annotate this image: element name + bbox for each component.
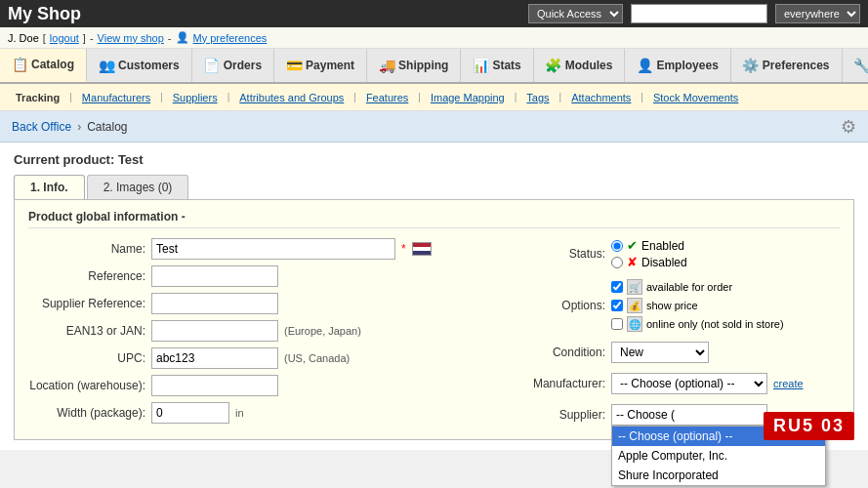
- manufacturer-select[interactable]: -- Choose (optional) --: [611, 373, 767, 394]
- cb-show-price[interactable]: [611, 300, 623, 311]
- preferences-link[interactable]: My preferences: [193, 32, 268, 44]
- catalog-nav-icon: 📋: [12, 57, 27, 72]
- cb-available[interactable]: [611, 281, 623, 293]
- sub-nav-divider-6: |: [515, 92, 517, 102]
- search-input[interactable]: [631, 4, 767, 23]
- nav-item-customers[interactable]: 👥Customers: [87, 49, 192, 82]
- option-available: 🛒 available for order: [611, 279, 784, 295]
- orders-nav-label: Orders: [224, 59, 262, 72]
- sub-nav-item-image-mapping[interactable]: Image Mapping: [423, 90, 513, 105]
- radio-enabled[interactable]: [611, 240, 623, 252]
- input-location[interactable]: [151, 375, 278, 396]
- breadcrumb-arrow: ›: [77, 120, 81, 134]
- employees-nav-icon: 👤: [637, 58, 652, 73]
- orders-nav-icon: 📄: [204, 58, 220, 73]
- sub-nav-divider-8: |: [641, 92, 643, 102]
- quick-access-select[interactable]: Quick Access: [528, 4, 623, 23]
- content: Current product: Test 1. Info. 2. Images…: [0, 142, 868, 450]
- sub-nav-item-attributes[interactable]: Attributes and Groups: [231, 90, 351, 105]
- input-upc[interactable]: [151, 347, 278, 369]
- nav-item-orders[interactable]: 📄Orders: [192, 49, 274, 82]
- form-row-upc: UPC: (US, Canada): [28, 347, 498, 369]
- form-area: Product global information - Name: * Ref…: [14, 199, 854, 440]
- employees-nav-label: Employees: [656, 59, 718, 72]
- breadcrumb-icon: ⚙: [841, 116, 856, 138]
- breadcrumb-back-office[interactable]: Back Office: [12, 120, 71, 134]
- sub-nav-item-tags[interactable]: Tags: [518, 90, 557, 105]
- nav-item-modules[interactable]: 🧩Modules: [534, 49, 626, 82]
- logout-link[interactable]: logout: [50, 32, 79, 44]
- top-bar-right: Quick Access everywhere: [528, 4, 860, 23]
- label-location: Location (warehouse):: [28, 379, 145, 392]
- input-width[interactable]: [151, 402, 229, 424]
- sub-nav-divider-3: |: [227, 92, 230, 102]
- label-status: Status:: [527, 247, 605, 261]
- shipping-nav-label: Shipping: [398, 59, 448, 72]
- icon-available: 🛒: [627, 279, 642, 295]
- nav-item-stats[interactable]: 📊Stats: [461, 49, 533, 82]
- sub-nav-divider-5: |: [418, 92, 421, 102]
- input-name[interactable]: [151, 238, 395, 260]
- main-nav: 📋Catalog👥Customers📄Orders💳Payment🚚Shippi…: [0, 49, 868, 84]
- option-online-only: 🌐 online only (not sold in store): [611, 316, 784, 332]
- shipping-nav-icon: 🚚: [379, 58, 394, 73]
- form-row-location: Location (warehouse):: [28, 375, 498, 396]
- cb-online-only[interactable]: [611, 318, 623, 330]
- option-show-price: 💰 show price: [611, 298, 784, 313]
- sub-nav-item-tracking[interactable]: Tracking: [8, 90, 67, 105]
- supplier-option-apple[interactable]: Apple Computer, Inc.: [612, 446, 825, 466]
- form-area-wrapper: Product global information - Name: * Ref…: [14, 199, 854, 440]
- view-shop-link[interactable]: View my shop: [98, 32, 164, 44]
- form-row-width: Width (package): in: [28, 402, 498, 424]
- cross-icon: ✘: [627, 255, 638, 269]
- username: J. Doe: [8, 32, 39, 44]
- status-group: ✔ Enabled ✘ Disabled: [611, 238, 687, 269]
- label-show-price: show price: [646, 300, 698, 311]
- input-supplier-ref[interactable]: [151, 293, 278, 314]
- input-reference[interactable]: [151, 265, 278, 287]
- form-columns: Name: * Reference: Supplier Reference:: [28, 238, 840, 429]
- stats-nav-icon: 📊: [473, 58, 488, 73]
- supplier-input[interactable]: [611, 404, 767, 426]
- stats-nav-label: Stats: [492, 59, 520, 72]
- icon-show-price: 💰: [627, 298, 642, 313]
- sub-nav-divider-1: |: [69, 92, 72, 102]
- sub-nav-item-manufacturers[interactable]: Manufacturers: [74, 90, 158, 105]
- label-name: Name:: [28, 242, 145, 256]
- radio-disabled[interactable]: [611, 257, 623, 268]
- preferences-nav-icon: ⚙️: [743, 58, 759, 73]
- icon-online-only: 🌐: [627, 316, 642, 332]
- check-icon: ✔: [627, 238, 638, 253]
- modules-nav-label: Modules: [565, 59, 613, 72]
- input-ean13[interactable]: [151, 320, 278, 342]
- nav-item-tools[interactable]: 🔧Tools: [843, 49, 868, 82]
- search-scope-select[interactable]: everywhere: [775, 4, 860, 23]
- app-title: My Shop: [8, 4, 81, 24]
- nav-item-preferences[interactable]: ⚙️Preferences: [731, 49, 843, 82]
- create-manufacturer-link[interactable]: create: [773, 378, 804, 389]
- nav-item-catalog[interactable]: 📋Catalog: [0, 49, 87, 82]
- label-ean13: EAN13 or JAN:: [28, 324, 145, 338]
- label-supplier: Supplier:: [527, 408, 605, 422]
- status-enabled: ✔ Enabled: [611, 238, 687, 253]
- tools-nav-icon: 🔧: [854, 58, 868, 73]
- tabs: 1. Info. 2. Images (0): [14, 175, 854, 199]
- right-row-options: Options: 🛒 available for order 💰 show pr…: [527, 279, 840, 332]
- label-available: available for order: [646, 281, 732, 293]
- form-right: Status: ✔ Enabled ✘ Disabled: [527, 238, 840, 429]
- sub-nav-item-suppliers[interactable]: Suppliers: [165, 90, 226, 105]
- preferences-nav-label: Preferences: [763, 59, 830, 72]
- sub-nav-item-features[interactable]: Features: [358, 90, 416, 105]
- nav-item-employees[interactable]: 👤Employees: [625, 49, 730, 82]
- customers-nav-label: Customers: [118, 59, 180, 72]
- condition-select[interactable]: New Used Refurbished: [611, 342, 709, 363]
- supplier-option-shure[interactable]: Shure Incorporated: [612, 466, 825, 485]
- nav-item-payment[interactable]: 💳Payment: [274, 49, 367, 82]
- status-disabled: ✘ Disabled: [611, 255, 687, 269]
- sub-nav-item-stock[interactable]: Stock Movements: [645, 90, 746, 105]
- section-title: Product global information -: [28, 210, 840, 228]
- nav-item-shipping[interactable]: 🚚Shipping: [367, 49, 461, 82]
- tab-info[interactable]: 1. Info.: [14, 175, 85, 199]
- tab-images[interactable]: 2. Images (0): [87, 175, 189, 199]
- sub-nav-item-attachments[interactable]: Attachments: [563, 90, 639, 105]
